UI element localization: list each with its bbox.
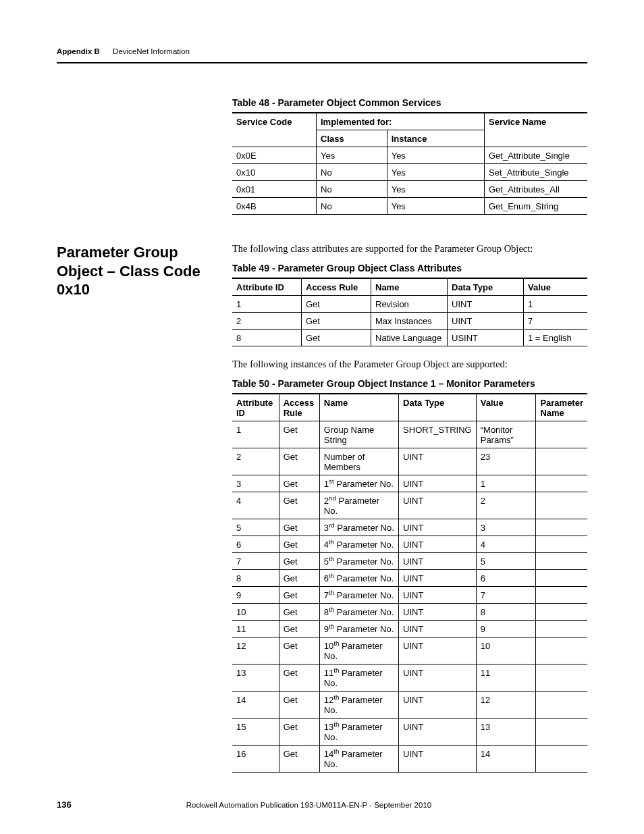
cell: UINT: [399, 664, 477, 692]
table-row: 6Get4th Parameter No.UINT4: [232, 536, 587, 553]
th-service-name: Service Name: [485, 113, 588, 147]
table-row: 9Get7th Parameter No.UINT7: [232, 587, 587, 604]
table-row: 14Get12th Parameter No.UINT12: [232, 692, 587, 719]
cell: UINT: [399, 492, 477, 519]
cell: 8th Parameter No.: [319, 604, 398, 621]
cell: 2: [476, 492, 536, 519]
cell: 11th Parameter No.: [319, 664, 398, 692]
intro-49: The following class attributes are suppo…: [232, 243, 587, 255]
cell: UINT: [399, 604, 477, 621]
cell: Get: [279, 621, 319, 637]
table-row: 0x10NoYesSet_Attribute_Single: [232, 164, 587, 181]
cell: [536, 621, 587, 637]
table-row: 1GetRevisionUINT1: [232, 296, 587, 313]
cell: 0x10: [232, 164, 317, 181]
th-service-code: Service Code: [232, 113, 317, 147]
cell: 8: [232, 570, 279, 587]
cell: Get: [279, 587, 319, 604]
cell: Get_Enum_String: [485, 198, 588, 215]
table-row: 5Get3rd Parameter No.UINT3: [232, 519, 587, 536]
table48: Service Code Implemented for: Service Na…: [232, 112, 587, 215]
cell: 7th Parameter No.: [319, 587, 398, 604]
cell: Yes: [387, 198, 484, 215]
cell: Set_Attribute_Single: [485, 164, 588, 181]
table-row: 1GetGroup Name StringSHORT_STRING“Monito…: [232, 421, 587, 448]
cell: Get: [279, 719, 319, 746]
cell: Get: [279, 570, 319, 587]
cell: UINT: [399, 719, 477, 746]
cell: 0x4B: [232, 198, 317, 215]
cell: Get: [279, 553, 319, 570]
cell: Get: [279, 519, 319, 536]
cell: 3: [232, 475, 279, 492]
table-row: 12Get10th Parameter No.UINT10: [232, 637, 587, 664]
cell: 9: [232, 587, 279, 604]
cell: UINT: [399, 519, 477, 536]
cell: UINT: [399, 746, 477, 773]
cell: 9: [476, 621, 536, 637]
publication-info: Rockwell Automation Publication 193-UM01…: [186, 801, 587, 809]
cell: 13: [476, 719, 536, 746]
cell: 23: [476, 448, 536, 475]
cell: Get: [279, 604, 319, 621]
cell: 15: [232, 719, 279, 746]
table-row: 16Get14th Parameter No.UINT14: [232, 746, 587, 773]
cell: Max Instances: [371, 313, 448, 330]
cell: [536, 746, 587, 773]
cell: UINT: [399, 536, 477, 553]
cell: 16: [232, 746, 279, 773]
cell: [536, 519, 587, 536]
cell: 1: [524, 296, 588, 313]
th-value: Value: [476, 394, 536, 421]
cell: Yes: [387, 147, 484, 164]
cell: [536, 553, 587, 570]
cell: 10th Parameter No.: [319, 637, 398, 664]
cell: UINT: [448, 296, 524, 313]
table-row: 0x01NoYesGet_Attributes_All: [232, 181, 587, 198]
cell: 2: [232, 448, 279, 475]
cell: Get: [279, 536, 319, 553]
table-row: 0x0EYesYesGet_Attribute_Single: [232, 147, 587, 164]
cell: Revision: [371, 296, 448, 313]
table49-caption: Table 49 - Parameter Group Object Class …: [232, 263, 587, 273]
page-footer: 136 Rockwell Automation Publication 193-…: [57, 800, 587, 810]
cell: UINT: [448, 313, 524, 330]
cell: Get: [279, 692, 319, 719]
cell: SHORT_STRING: [399, 421, 477, 448]
cell: 11: [476, 664, 536, 692]
cell: 6: [476, 570, 536, 587]
cell: Get: [279, 421, 319, 448]
table-row: 8GetNative LanguageUSINT1 = English: [232, 330, 587, 346]
cell: 5: [232, 519, 279, 536]
th-instance: Instance: [387, 130, 484, 147]
cell: USINT: [448, 330, 524, 346]
cell: Get: [279, 448, 319, 475]
cell: 14th Parameter No.: [319, 746, 398, 773]
th-class: Class: [317, 130, 387, 147]
th-implemented-for: Implemented for:: [317, 113, 485, 130]
cell: 3: [476, 519, 536, 536]
table-row: 2GetMax InstancesUINT7: [232, 313, 587, 330]
cell: Get: [279, 664, 319, 692]
cell: Get_Attributes_All: [485, 181, 588, 198]
table48-caption: Table 48 - Parameter Object Common Servi…: [232, 97, 587, 108]
cell: Group Name String: [319, 421, 398, 448]
cell: 2: [232, 313, 302, 330]
page-number: 136: [57, 800, 72, 810]
cell: Get: [279, 492, 319, 519]
cell: Get: [279, 475, 319, 492]
cell: 6: [232, 536, 279, 553]
cell: 1 = English: [524, 330, 588, 346]
th-data-type: Data Type: [399, 394, 477, 421]
cell: [536, 664, 587, 692]
cell: 7: [476, 587, 536, 604]
cell: Get_Attribute_Single: [485, 147, 588, 164]
cell: 12: [476, 692, 536, 719]
cell: [536, 492, 587, 519]
cell: Number of Members: [319, 448, 398, 475]
cell: Yes: [387, 181, 484, 198]
intro-50: The following instances of the Parameter…: [232, 359, 587, 370]
cell: 12: [232, 637, 279, 664]
cell: 12th Parameter No.: [319, 692, 398, 719]
cell: 11: [232, 621, 279, 637]
